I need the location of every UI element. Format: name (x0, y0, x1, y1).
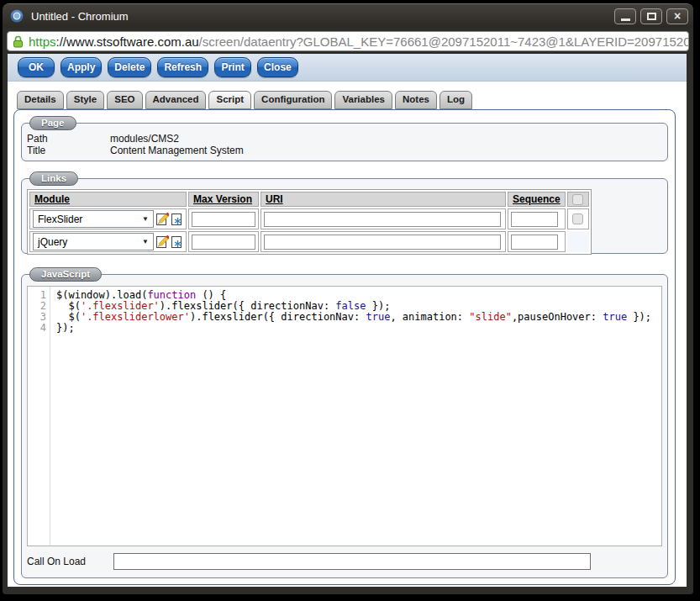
code-token-plain: ,pauseOnHover: (512, 311, 603, 323)
tab-log[interactable]: Log (439, 91, 472, 109)
code-token-plain: $( (56, 300, 81, 312)
column-header-select (567, 192, 589, 207)
uri-input[interactable] (264, 235, 501, 250)
module-select-value: FlexSlider (38, 214, 82, 225)
code-token-atom: false (335, 300, 366, 312)
close-button[interactable]: Close (257, 57, 298, 77)
tab-style[interactable]: Style (66, 91, 105, 109)
call-on-load-row: Call On Load (27, 553, 662, 570)
minimize-icon (621, 18, 630, 21)
column-header-label: Max Version (193, 193, 252, 205)
code-token-plain: }); (627, 311, 651, 323)
tab-seo[interactable]: SEO (107, 91, 142, 109)
edit-module-button[interactable] (155, 213, 169, 226)
column-header-label: Module (34, 193, 70, 205)
field-row: TitleContent Management System (27, 145, 667, 156)
code-token-plain: $(window).load( (56, 289, 147, 301)
ok-button[interactable]: OK (18, 57, 55, 77)
select-all-checkbox[interactable] (572, 194, 583, 205)
code-token-plain: $( (56, 311, 81, 323)
print-button[interactable]: Print (214, 57, 251, 77)
close-button[interactable]: × (666, 8, 688, 24)
window-titlebar[interactable]: Untitled - Chromium × (3, 4, 693, 28)
browser-url-row: https://www.stsoftware.com.au/screen/dat… (3, 28, 693, 54)
links-row: FlexSlider▼ (29, 208, 589, 229)
call-on-load-input[interactable] (113, 553, 591, 570)
web-page: OKApplyDeleteRefreshPrintClose DetailsSt… (8, 54, 687, 587)
module-cell: jQuery▼ (33, 233, 183, 250)
code-token-plain: }); (366, 300, 390, 312)
links-fieldset: Links ModuleMax VersionURISequence FlexS… (21, 178, 668, 254)
links-table: ModuleMax VersionURISequence FlexSlider▼… (27, 189, 592, 255)
page-legend: Page (29, 116, 76, 130)
code-token-plain: ).flexslider({ directionNav: (190, 311, 366, 323)
new-module-button[interactable] (170, 235, 183, 249)
tab-details[interactable]: Details (17, 91, 64, 109)
url-text: https://www.stsoftware.com.au/screen/dat… (29, 34, 688, 49)
url-scheme: https (29, 34, 56, 49)
chevron-down-icon: ▼ (142, 238, 149, 245)
tab-variables[interactable]: Variables (334, 91, 392, 109)
code-token-keyword: function (147, 289, 196, 301)
page-fieldset: Page Pathmodules/CMS2TitleContent Manage… (21, 123, 668, 161)
code-line: $('.flexsliderlower').flexslider({ direc… (56, 312, 651, 323)
module-select[interactable]: jQuery▼ (33, 233, 154, 250)
javascript-legend: JavaScript (29, 267, 102, 282)
links-row: jQuery▼ (29, 231, 589, 252)
tab-bar: DetailsStyleSEOAdvancedScriptConfigurati… (17, 91, 687, 109)
code-editor[interactable]: 1234 $(window).load(function () { $('.fl… (27, 286, 662, 546)
minimize-button[interactable] (614, 8, 636, 24)
tab-advanced[interactable]: Advanced (145, 91, 207, 109)
apply-button[interactable]: Apply (61, 57, 102, 77)
javascript-fieldset: JavaScript 1234 $(window).load(function … (21, 274, 668, 578)
row-checkbox[interactable] (572, 214, 583, 224)
url-path: /screen/dataentry?GLOBAL_KEY=76661@20971… (199, 34, 688, 49)
line-number: 4 (28, 323, 46, 334)
module-cell: FlexSlider▼ (33, 210, 183, 228)
max-version-input[interactable] (192, 212, 255, 227)
column-header-label: URI (266, 193, 283, 205)
code-token-plain: () { (196, 289, 226, 301)
code-token-string: "slide" (469, 311, 512, 323)
line-numbers: 1234 (28, 287, 50, 546)
refresh-button[interactable]: Refresh (157, 57, 208, 77)
action-toolbar: OKApplyDeleteRefreshPrintClose (8, 54, 687, 82)
window-title: Untitled - Chromium (31, 10, 610, 23)
code-token-string: '.flexslider' (81, 300, 160, 312)
column-header-module[interactable]: Module (29, 192, 187, 207)
column-header-uri[interactable]: URI (261, 192, 506, 207)
tab-notes[interactable]: Notes (395, 91, 437, 109)
browser-window: Untitled - Chromium × https://www.stsoft… (3, 3, 693, 594)
tab-content: Page Pathmodules/CMS2TitleContent Manage… (13, 109, 676, 585)
column-header-max-version[interactable]: Max Version (188, 192, 259, 207)
maximize-button[interactable] (640, 8, 662, 24)
field-row: Pathmodules/CMS2 (27, 133, 667, 145)
tab-script[interactable]: Script (208, 91, 251, 109)
delete-button[interactable]: Delete (108, 57, 151, 77)
edit-module-button[interactable] (155, 235, 169, 249)
field-value: Content Management System (110, 145, 244, 156)
chromium-icon (10, 9, 24, 23)
tab-configuration[interactable]: Configuration (254, 91, 332, 109)
call-on-load-label: Call On Load (27, 556, 113, 567)
code-token-atom: true (366, 311, 390, 323)
code-token-atom: true (603, 311, 627, 323)
max-version-input[interactable] (192, 235, 255, 250)
page-fields: Pathmodules/CMS2TitleContent Management … (27, 133, 667, 156)
code-token-plain: }); (56, 322, 75, 334)
module-select[interactable]: FlexSlider▼ (33, 210, 154, 228)
chevron-down-icon: ▼ (142, 215, 149, 223)
module-select-value: jQuery (38, 236, 67, 248)
sequence-input[interactable] (511, 235, 558, 250)
new-module-button[interactable] (170, 213, 183, 226)
uri-input[interactable] (264, 212, 501, 227)
close-icon: × (674, 10, 681, 22)
sequence-input[interactable] (511, 212, 558, 227)
code-token-plain: ).flexslider({ directionNav: (160, 300, 336, 312)
code-content: $(window).load(function () { $('.flexsli… (50, 287, 651, 546)
links-legend: Links (29, 171, 78, 186)
field-label: Title (27, 145, 110, 156)
column-header-sequence[interactable]: Sequence (508, 192, 566, 207)
column-header-label: Sequence (513, 193, 561, 205)
address-bar[interactable]: https://www.stsoftware.com.au/screen/dat… (7, 31, 689, 51)
